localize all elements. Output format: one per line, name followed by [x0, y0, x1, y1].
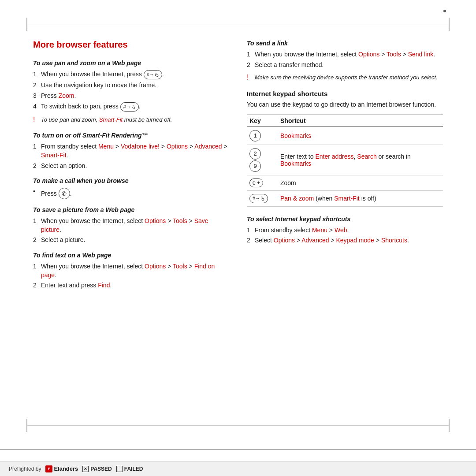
- steps-find-text: 1 When you browse the Internet, select O…: [33, 262, 229, 290]
- step-2: 2 Use the navigation key to move the fra…: [33, 81, 229, 90]
- section-call-browse: To make a call when you browse • Press ✆…: [33, 177, 229, 199]
- link-options: Options: [358, 51, 379, 58]
- step-num: 1: [33, 70, 41, 79]
- link-smart-fit-2: Smart-Fit: [41, 152, 67, 159]
- key-cell-hash: #→ら: [247, 190, 278, 206]
- step-1: 1 When you browse the Internet, select O…: [33, 262, 229, 279]
- link-tools: Tools: [173, 263, 187, 270]
- corner-dot: [443, 10, 446, 12]
- section-save-picture: To save a picture from a Web page 1 When…: [33, 206, 229, 245]
- link-keypad-mode: Keypad mode: [336, 237, 374, 244]
- step-text: To switch back to pan, press #→ら.: [41, 102, 229, 112]
- border-corner-top-right: [449, 18, 450, 31]
- table-row: 2 9 Enter text to Enter address, Search …: [247, 145, 443, 175]
- step-text: From standby select Menu > Vodafone live…: [41, 142, 229, 160]
- shortcut-cell-pan-zoom: Pan & zoom (when Smart-Fit is off): [278, 190, 443, 206]
- step-num: 1: [247, 226, 255, 235]
- step-num: 1: [33, 262, 41, 279]
- elanders-brand: Elanders: [54, 465, 78, 472]
- border-top-line: [27, 25, 449, 25]
- preflight-bar: Preflighted by E Elanders ✕ PASSED FAILE…: [0, 461, 476, 476]
- link-bookmarks: Bookmarks: [280, 132, 311, 139]
- border-bottom-line: [27, 425, 449, 426]
- key-0-plus: 0 +: [249, 178, 263, 187]
- note-text: Make sure the receiving device supports …: [255, 74, 438, 82]
- link-pan-zoom: Pan & zoom: [280, 195, 314, 202]
- link-send-link: Send link: [408, 51, 434, 58]
- step-1: 1 When you browse the Internet, press #→…: [33, 70, 229, 79]
- step-num: 1: [247, 50, 255, 59]
- note-pan-zoom: ! To use pan and zoom, Smart-Fit must be…: [33, 116, 229, 125]
- note-send-link: ! Make sure the receiving device support…: [247, 74, 443, 82]
- step-num: 4: [33, 102, 41, 112]
- link-smart-fit-3: Smart-Fit: [334, 195, 360, 202]
- step-3: 3 Press Zoom.: [33, 92, 229, 100]
- link-vodafone: Vodafone live!: [121, 143, 160, 150]
- key-cell-1: 1: [247, 126, 278, 145]
- passed-label: PASSED: [90, 466, 112, 472]
- key-hash-arrow: #→ら: [249, 194, 268, 203]
- key-2-9: 2 9: [249, 148, 275, 172]
- step-text: From standby select Menu > Web.: [255, 226, 443, 235]
- step-2: 2 Select a transfer method.: [247, 61, 443, 70]
- section-send-link: To send a link 1 When you browse the Int…: [247, 40, 443, 83]
- link-options-2: Options: [274, 237, 295, 244]
- link-tools: Tools: [387, 51, 401, 58]
- section-heading-save-picture: To save a picture from a Web page: [33, 206, 229, 213]
- step-text: Use the navigation key to move the frame…: [41, 81, 229, 90]
- border-corner-bottom-right: [449, 419, 450, 432]
- step-1: 1 When you browse the Internet, select O…: [247, 50, 443, 59]
- hash-arrow-symbol-1: #→ら: [144, 70, 162, 79]
- table-row: 1 Bookmarks: [247, 126, 443, 145]
- shortcut-cell-zoom: Zoom: [278, 175, 443, 190]
- section-intro-keypad: You can use the keypad to go directly to…: [247, 100, 443, 109]
- table-header-shortcut: Shortcut: [278, 115, 443, 126]
- step-num: 1: [33, 217, 41, 234]
- footer-area: 52 Internet Preflighted by E Elanders ✕ …: [0, 432, 476, 476]
- link-advanced: Advanced: [194, 143, 222, 150]
- failed-checkbox: [116, 466, 123, 472]
- link-advanced-2: Advanced: [301, 237, 329, 244]
- left-column: More browser features To use pan and zoo…: [33, 31, 229, 423]
- step-1: 1 From standby select Menu > Vodafone li…: [33, 142, 229, 160]
- step-text: When you browse the Internet, select Opt…: [41, 262, 229, 279]
- step-4: 4 To switch back to pan, press #→ら.: [33, 102, 229, 112]
- passed-checkbox: ✕: [82, 466, 89, 472]
- section-heading-pan-zoom: To use pan and zoom on a Web page: [33, 60, 229, 67]
- bullet-call: • Press ✆.: [33, 188, 229, 199]
- table-row: #→ら Pan & zoom (when Smart-Fit is off): [247, 190, 443, 206]
- step-text: Enter text and press Find.: [41, 281, 229, 290]
- note-icon: !: [247, 73, 255, 82]
- link-options: Options: [167, 143, 188, 150]
- failed-label: FAILED: [124, 466, 143, 472]
- table-header-key: Key: [247, 115, 278, 126]
- main-content: More browser features To use pan and zoo…: [33, 31, 443, 423]
- section-heading-send-link: To send a link: [247, 40, 443, 47]
- step-num: 1: [33, 142, 41, 160]
- link-enter-address: Enter address: [315, 153, 353, 160]
- link-bookmarks-2: Bookmarks: [280, 160, 311, 167]
- section-find-text: To find text on a Web page 1 When you br…: [33, 252, 229, 290]
- preflight-label: Preflighted by: [9, 466, 41, 472]
- section-smart-fit: To turn on or off Smart-Fit Rendering™ 1…: [33, 132, 229, 170]
- call-symbol: ✆: [59, 188, 70, 199]
- key-1: 1: [249, 130, 261, 141]
- step-text: Select a transfer method.: [255, 61, 443, 70]
- step-text: Select a picture.: [41, 236, 229, 245]
- section-heading-smart-fit: To turn on or off Smart-Fit Rendering™: [33, 132, 229, 139]
- failed-status: FAILED: [116, 466, 143, 472]
- shortcut-cell-2: Enter text to Enter address, Search or s…: [278, 145, 443, 175]
- section-heading-find-text: To find text on a Web page: [33, 252, 229, 259]
- step-num: 2: [33, 281, 41, 290]
- bullet-text: Press ✆.: [41, 188, 72, 199]
- section-pan-zoom: To use pan and zoom on a Web page 1 When…: [33, 60, 229, 125]
- section-keypad-shortcuts: Internet keypad shortcuts You can use th…: [247, 90, 443, 207]
- link-shortcuts: Shortcuts: [381, 237, 407, 244]
- border-corner-top-left: [26, 18, 27, 31]
- bullet-marker: •: [33, 188, 41, 199]
- table-row: 0 + Zoom: [247, 175, 443, 190]
- link-options: Options: [145, 217, 166, 224]
- note-icon: !: [33, 115, 41, 125]
- key-9: 9: [249, 160, 261, 172]
- step-num: 3: [33, 92, 41, 100]
